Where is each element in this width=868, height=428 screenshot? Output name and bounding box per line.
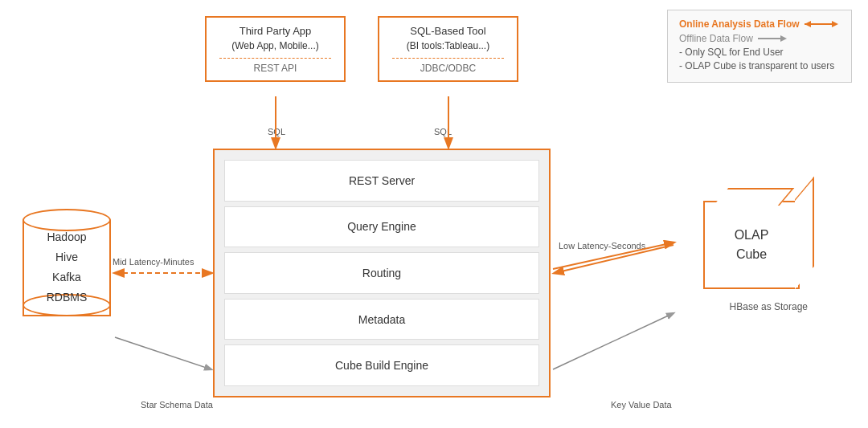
sql-tool-box: SQL-Based Tool (BI tools:Tableau...) JDB… xyxy=(378,16,518,82)
sql-right-label: SQL xyxy=(434,127,452,137)
cylinder-body: Hadoop Hive Kafka RDBMS xyxy=(23,220,111,316)
svg-line-10 xyxy=(115,337,211,369)
third-party-app-title: Third Party App (Web App, Mobile...) xyxy=(219,24,331,53)
svg-marker-1 xyxy=(832,21,838,27)
sql-tool-title: SQL-Based Tool (BI tools:Tableau...) xyxy=(392,24,504,53)
mid-latency-label: Mid Latency-Minutes xyxy=(113,257,194,267)
legend-box: Online Analysis Data Flow Offline Data F… xyxy=(667,10,852,83)
svg-marker-2 xyxy=(805,21,811,27)
rest-api-label: REST API xyxy=(219,58,331,74)
olap-cube-box: OLAP Cube xyxy=(703,201,800,289)
diagram-container: Online Analysis Data Flow Offline Data F… xyxy=(0,0,868,428)
metadata-row: Metadata xyxy=(224,299,539,340)
rest-server-row: REST Server xyxy=(224,160,539,202)
routing-row: Routing xyxy=(224,252,539,294)
svg-marker-4 xyxy=(780,35,787,42)
star-schema-label: Star Schema Data xyxy=(141,400,213,410)
third-party-app-box: Third Party App (Web App, Mobile...) RES… xyxy=(205,16,346,82)
key-value-label: Key Value Data xyxy=(611,400,672,410)
main-engine-box: REST Server Query Engine Routing Metadat… xyxy=(213,149,551,397)
sql-left-label: SQL xyxy=(268,127,285,137)
legend-olap-transparent: - OLAP Cube is transparent to users xyxy=(679,60,840,71)
olap-text: OLAP Cube xyxy=(735,226,769,264)
cube-build-engine-row: Cube Build Engine xyxy=(224,344,539,386)
svg-line-11 xyxy=(553,313,674,369)
hbase-label: HBase as Storage xyxy=(730,301,808,312)
legend-only-sql: - Only SQL for End User xyxy=(679,47,840,58)
query-engine-row: Query Engine xyxy=(224,206,539,248)
jdbc-odbc-label: JDBC/ODBC xyxy=(392,58,504,74)
hadoop-text: Hadoop Hive Kafka RDBMS xyxy=(47,227,88,308)
hadoop-cylinder: Hadoop Hive Kafka RDBMS xyxy=(23,209,111,316)
cylinder-top xyxy=(23,209,111,231)
legend-online-flow: Online Analysis Data Flow xyxy=(679,18,840,30)
low-latency-label: Low Latency-Seconds xyxy=(559,241,645,251)
legend-offline-flow: Offline Data Flow xyxy=(679,33,840,44)
